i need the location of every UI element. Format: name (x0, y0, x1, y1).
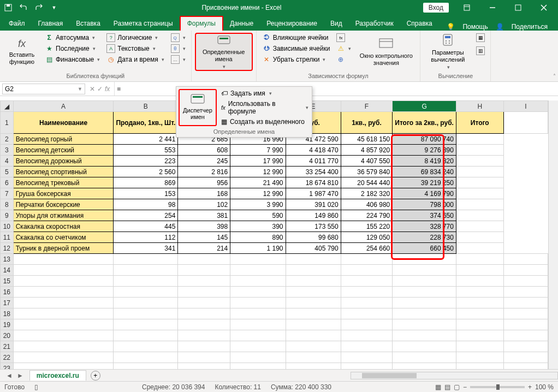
header-b[interactable]: Продано, 1кв., Шт. (114, 112, 178, 134)
calc-sheet-button[interactable]: ▥ (474, 46, 487, 56)
error-check-button[interactable]: ⚠ (334, 44, 353, 54)
cell-name[interactable]: Скакалка скоростная (13, 221, 114, 232)
cell[interactable]: 445 (114, 221, 178, 232)
cell[interactable] (286, 363, 341, 370)
cell[interactable]: 20 544 440 (341, 177, 393, 188)
insert-function-button[interactable]: fx Вставить функцию (3, 33, 40, 71)
cell[interactable]: 145 (178, 232, 230, 243)
cell[interactable] (456, 221, 503, 232)
cell[interactable] (13, 341, 114, 352)
zoom-in-icon[interactable]: + (528, 383, 532, 391)
col-i[interactable]: I (503, 101, 548, 112)
tab-insert[interactable]: Вставка (69, 17, 107, 31)
more-fn-button[interactable]: … (169, 55, 188, 64)
cell[interactable]: 391 020 (286, 199, 341, 210)
cell[interactable] (456, 287, 503, 298)
cell[interactable] (230, 363, 286, 370)
cell[interactable] (178, 265, 230, 276)
cell[interactable] (230, 352, 286, 363)
autosum-button[interactable]: ΣАвтосумма (43, 33, 102, 43)
tab-home[interactable]: Главная (32, 17, 70, 31)
cell[interactable] (341, 308, 393, 319)
cell[interactable] (230, 254, 286, 265)
cell[interactable]: 4 418 470 (286, 145, 341, 156)
cell[interactable] (114, 341, 178, 352)
cell[interactable] (286, 298, 341, 308)
cell[interactable] (114, 319, 178, 330)
cell[interactable]: 214 (178, 243, 230, 254)
define-name-button[interactable]: 🏷Задать имя (220, 89, 310, 98)
cell[interactable]: 168 (178, 188, 230, 199)
cell[interactable] (114, 298, 178, 308)
cell[interactable]: 4 407 550 (341, 156, 393, 167)
spreadsheet-grid[interactable]: ◢ABCDEFGHI 1НаименованиеПродано, 1кв., Ш… (0, 100, 548, 369)
cell[interactable] (503, 341, 548, 352)
cell[interactable]: 129 050 (341, 232, 393, 243)
cell[interactable] (13, 265, 114, 276)
cell[interactable] (13, 308, 114, 319)
close-icon[interactable] (531, 0, 556, 15)
row-21[interactable]: 21 (1, 341, 14, 352)
cell[interactable] (456, 265, 503, 276)
maximize-icon[interactable] (506, 0, 530, 15)
row-8[interactable]: 8 (1, 199, 14, 210)
cell[interactable] (503, 298, 548, 308)
tab-formulas[interactable]: Формулы (180, 16, 223, 31)
cell[interactable]: 7 990 (230, 145, 286, 156)
row-3[interactable]: 3 (1, 145, 14, 156)
cell[interactable] (178, 352, 230, 363)
minimize-icon[interactable] (480, 0, 504, 15)
cell[interactable] (13, 319, 114, 330)
text-button[interactable]: AТекстовые (104, 44, 166, 54)
cell[interactable]: 254 (114, 210, 178, 221)
cell[interactable] (341, 265, 393, 276)
header-total[interactable]: Итого (456, 112, 503, 134)
row-13[interactable]: 13 (1, 254, 14, 265)
zoom-out-icon[interactable]: − (463, 383, 467, 391)
row-14[interactable]: 14 (1, 265, 14, 276)
collapse-ribbon-icon[interactable]: ˄ (553, 73, 556, 79)
sheet-last-icon[interactable]: ► (15, 372, 25, 379)
cell[interactable] (341, 298, 393, 308)
cell[interactable] (286, 341, 341, 352)
cell[interactable]: 45 618 150 (341, 134, 393, 145)
cell[interactable] (230, 341, 286, 352)
cell[interactable]: 12 990 (230, 188, 286, 199)
row-4[interactable]: 4 (1, 156, 14, 167)
col-a[interactable]: A (13, 101, 114, 112)
cell[interactable] (178, 341, 230, 352)
cell[interactable] (341, 319, 393, 330)
watch-window-button[interactable]: Окно контрольного значения (355, 33, 417, 71)
cell[interactable]: 3 990 (230, 199, 286, 210)
cell-name[interactable]: Велосипед детский (13, 145, 114, 156)
accept-formula-icon[interactable]: ✓ (97, 85, 103, 93)
tell-me-label[interactable]: Помощь (460, 23, 490, 31)
cell[interactable] (503, 330, 548, 341)
recent-button[interactable]: ★Последние (43, 44, 102, 54)
share-icon[interactable]: 👤 (493, 23, 507, 31)
cell[interactable]: 112 (114, 232, 178, 243)
cell[interactable] (13, 330, 114, 341)
cell[interactable] (286, 287, 341, 298)
calc-now-button[interactable]: ▦ (474, 33, 487, 43)
cell[interactable] (286, 276, 341, 287)
row-5[interactable]: 5 (1, 167, 14, 177)
cell[interactable]: 1 987 470 (286, 188, 341, 199)
row-11[interactable]: 11 (1, 232, 14, 243)
cell[interactable] (114, 265, 178, 276)
cell[interactable]: 17 990 (230, 156, 286, 167)
cell[interactable] (393, 330, 456, 341)
cell[interactable] (114, 276, 178, 287)
cell[interactable] (114, 287, 178, 298)
page-break-icon[interactable]: ▢ (454, 383, 460, 391)
cell[interactable] (230, 287, 286, 298)
cell[interactable] (456, 177, 503, 188)
row-7[interactable]: 7 (1, 188, 14, 199)
zoom-level[interactable]: 100 % (535, 383, 554, 391)
row-12[interactable]: 12 (1, 243, 14, 254)
cell[interactable]: 405 790 (286, 243, 341, 254)
cell[interactable] (114, 330, 178, 341)
col-g[interactable]: G (393, 101, 456, 112)
cell[interactable]: 553 (114, 145, 178, 156)
cell[interactable] (503, 319, 548, 330)
